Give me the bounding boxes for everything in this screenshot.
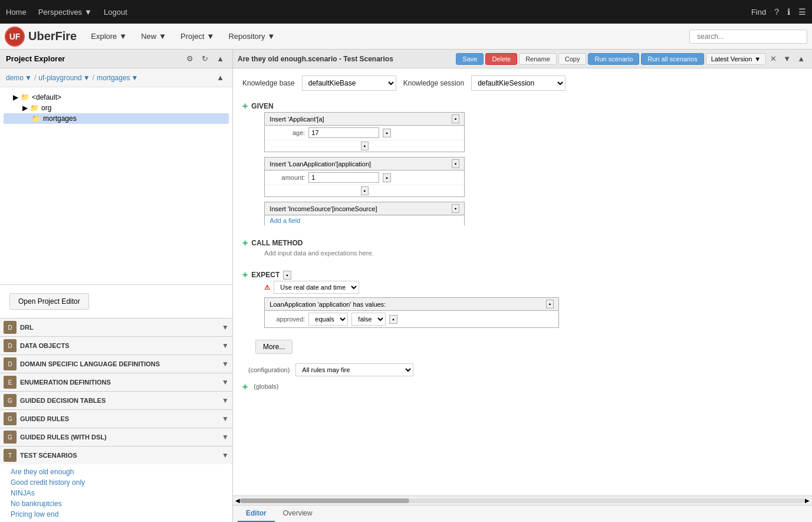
nav-search-input[interactable] <box>689 29 807 44</box>
insert-applicant-add-btn[interactable]: ▪ <box>361 142 369 150</box>
scrollbar-thumb[interactable] <box>240 498 409 503</box>
close-tab-button[interactable]: ✕ <box>768 53 779 64</box>
knowledge-session-select[interactable]: defaultKieSession <box>471 75 566 91</box>
nav-home[interactable]: Home <box>6 8 27 17</box>
main-layout: Project Explorer ⚙ ↻ ▲ demo ▼ / uf-playg… <box>0 50 812 522</box>
settings-icon[interactable]: ☰ <box>798 7 806 17</box>
ts-item-good-credit[interactable]: Good credit history only <box>7 477 232 488</box>
rename-button[interactable]: Rename <box>519 53 557 65</box>
approved-operator-select[interactable]: equals <box>308 313 348 326</box>
expect-loanapp-block: LoanApplication 'application' has values… <box>264 297 559 328</box>
expect-section: + EXPECT ▪ ⚠ Use real date and time <box>242 269 803 335</box>
sidebar-section-guided-rules-dsl[interactable]: G GUIDED RULES (WITH DSL) ▼ <box>0 428 232 446</box>
breadcrumb-demo[interactable]: demo ▼ <box>6 74 32 82</box>
approved-remove-btn[interactable]: ▪ <box>389 315 397 324</box>
open-project-editor-button[interactable]: Open Project Editor <box>9 293 89 310</box>
sidebar-section-dsl-label: DOMAIN SPECIFIC LANGUAGE DEFINITIONS <box>20 360 160 367</box>
explore-button[interactable]: Explore ▼ <box>85 29 133 43</box>
project-button[interactable]: Project ▼ <box>175 29 220 43</box>
configuration-row: (configuration) All rules may fire <box>242 363 803 376</box>
given-plus-button[interactable]: + <box>242 101 248 111</box>
sidebar-section-enum-definitions[interactable]: E ENUMERATION DEFINITIONS ▼ <box>0 373 232 391</box>
approved-value-select[interactable]: false <box>351 313 386 326</box>
insert-applicant-close[interactable]: ▪ <box>452 114 460 123</box>
scroll-right-btn[interactable]: ▶ <box>805 497 810 504</box>
sidebar-header: Project Explorer ⚙ ↻ ▲ <box>0 50 232 68</box>
latest-version-button[interactable]: Latest Version ▼ <box>706 53 767 65</box>
sidebar-gear-button[interactable]: ⚙ <box>184 53 196 64</box>
dsl-arrow-icon: ▼ <box>222 360 229 368</box>
sidebar-section-drl-label: DRL <box>20 324 34 331</box>
delete-button[interactable]: Delete <box>485 53 517 65</box>
ts-item-no-bankruptcies[interactable]: No bankruptcies <box>7 498 232 509</box>
expect-date-warning-icon: ⚠ <box>264 284 270 291</box>
sidebar-section-test-scenarios-label: TEST SCENARIOS <box>20 452 77 459</box>
scenario-title: Are they old enough.scenario - Test Scen… <box>238 55 453 63</box>
add-field-link[interactable]: Add a field <box>265 215 464 225</box>
tree-item-org[interactable]: ▶ 📁 org <box>4 103 229 113</box>
help-icon[interactable]: ? <box>774 7 779 17</box>
run-scenario-button[interactable]: Run scenario <box>588 53 639 65</box>
sidebar-section-test-scenarios[interactable]: T TEST SCENARIOS ▼ <box>0 446 232 464</box>
knowledge-base-select[interactable]: defaultKieBase <box>302 75 396 91</box>
insert-incomesource-table: Insert 'IncomeSource'[incomeSource] ▪ Ad… <box>264 202 465 225</box>
knowledge-base-label: Knowledge base <box>242 79 295 87</box>
ts-item-are-they-old-enough[interactable]: Are they old enough <box>7 467 232 477</box>
data-objects-arrow-icon: ▼ <box>222 342 229 350</box>
globals-plus-button[interactable]: + <box>242 382 248 392</box>
scroll-left-btn[interactable]: ◀ <box>235 497 240 504</box>
expect-loanapp-close[interactable]: ▪ <box>546 300 554 308</box>
breadcrumb-mortgages-arrow: ▼ <box>132 74 139 82</box>
loanapp-amount-remove[interactable]: ▪ <box>383 173 391 182</box>
second-nav: UF UberFire Explore ▼ New ▼ Project ▼ Re… <box>0 24 812 50</box>
sidebar-section-dsl-definitions[interactable]: D DOMAIN SPECIFIC LANGUAGE DEFINITIONS ▼ <box>0 354 232 373</box>
sidebar-collapse-button[interactable]: ▲ <box>214 53 226 64</box>
save-button[interactable]: Save <box>456 53 484 65</box>
sidebar-refresh-button[interactable]: ↻ <box>199 53 211 64</box>
more-button[interactable]: More... <box>255 340 292 354</box>
tab-editor[interactable]: Editor <box>238 505 275 522</box>
nav-perspectives[interactable]: Perspectives ▼ <box>38 8 92 17</box>
horizontal-scrollbar[interactable]: ◀ ▶ <box>233 495 812 505</box>
breadcrumb-mortgages[interactable]: mortgages ▼ <box>97 74 139 82</box>
repository-button[interactable]: Repository ▼ <box>222 29 281 43</box>
expect-close-btn[interactable]: ▪ <box>283 271 291 280</box>
applicant-age-remove[interactable]: ▪ <box>383 129 391 137</box>
configuration-select[interactable]: All rules may fire <box>295 363 413 376</box>
tab-menu-button[interactable]: ▼ <box>781 53 793 64</box>
tab-overview[interactable]: Overview <box>275 505 321 522</box>
ts-item-pricing-low-end[interactable]: Pricing low end <box>7 509 232 520</box>
call-method-plus-button[interactable]: + <box>242 238 248 248</box>
sidebar-section-guided-decision[interactable]: G GUIDED DECISION TABLES ▼ <box>0 391 232 409</box>
enum-arrow-icon: ▼ <box>222 378 229 386</box>
expect-label: EXPECT <box>251 269 280 281</box>
loanapp-amount-input[interactable] <box>308 172 379 183</box>
ts-item-ninjas[interactable]: NINJAs <box>7 488 232 498</box>
sidebar-section-data-objects[interactable]: D DATA OBJECTS ▼ <box>0 336 232 354</box>
editor-area: Knowledge base defaultKieBase Knowledge … <box>233 68 812 495</box>
sidebar-section-enum-label: ENUMERATION DEFINITIONS <box>20 379 111 386</box>
nav-logout[interactable]: Logout <box>104 8 127 17</box>
tab-maximize-button[interactable]: ▲ <box>795 53 807 64</box>
sidebar-section-guided-rules[interactable]: G GUIDED RULES ▼ <box>0 409 232 428</box>
info-icon[interactable]: ℹ <box>787 7 790 17</box>
run-all-scenarios-button[interactable]: Run all scenarios <box>641 53 703 65</box>
tree-item-mortgages[interactable]: 📁 mortgages <box>4 113 229 124</box>
insert-loanapp-add-btn[interactable]: ▪ <box>361 186 369 195</box>
breadcrumb-demo-arrow: ▼ <box>25 74 32 82</box>
tree-item-default[interactable]: ▶ 📁 <default> <box>4 92 229 103</box>
breadcrumb-uf-playground[interactable]: uf-playground ▼ <box>38 74 90 82</box>
sidebar-section-drl[interactable]: D DRL ▼ <box>0 318 232 336</box>
nav-find[interactable]: Find <box>751 8 766 17</box>
explore-dropdown-icon: ▼ <box>119 32 127 41</box>
new-button[interactable]: New ▼ <box>135 29 172 43</box>
expect-date-select[interactable]: Use real date and time <box>274 281 359 294</box>
scrollbar-track[interactable] <box>240 498 805 503</box>
expect-plus-button[interactable]: + <box>242 270 248 280</box>
dsl-icon: D <box>4 357 17 370</box>
copy-button[interactable]: Copy <box>558 53 587 65</box>
insert-incomesource-close[interactable]: ▪ <box>452 204 460 213</box>
applicant-age-input[interactable] <box>308 127 379 138</box>
insert-loanapp-close[interactable]: ▪ <box>452 159 460 168</box>
breadcrumb-collapse-button[interactable]: ▲ <box>214 72 226 83</box>
